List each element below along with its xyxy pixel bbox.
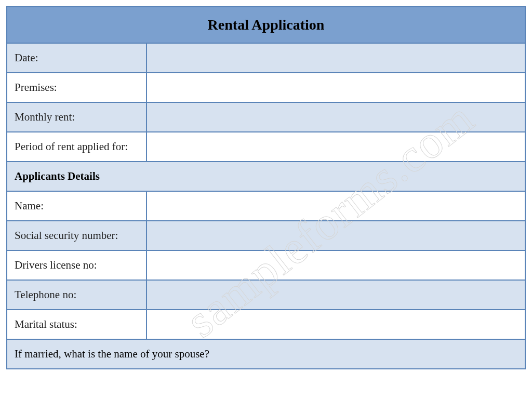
row-premises: Premises: [7,73,525,103]
label-drivers-license: Drivers license no: [7,251,147,280]
value-marital-status[interactable] [147,310,525,339]
value-period[interactable] [147,132,525,161]
form-title: Rental Application [7,7,525,44]
value-date[interactable] [147,44,525,72]
value-ssn[interactable] [147,221,525,250]
row-date: Date: [7,44,525,73]
label-date: Date: [7,44,147,72]
row-marital-status: Marital status: [7,310,525,340]
row-drivers-license: Drivers license no: [7,251,525,281]
row-spouse-question: If married, what is the name of your spo… [7,340,525,368]
label-telephone: Telephone no: [7,281,147,309]
label-ssn: Social security number: [7,221,147,250]
section-applicants-details: Applicants Details [7,162,525,192]
row-telephone: Telephone no: [7,281,525,310]
label-premises: Premises: [7,73,147,102]
row-ssn: Social security number: [7,221,525,251]
value-premises[interactable] [147,73,525,102]
label-marital-status: Marital status: [7,310,147,339]
value-name[interactable] [147,192,525,220]
row-monthly-rent: Monthly rent: [7,103,525,132]
value-drivers-license[interactable] [147,251,525,280]
rental-application-form: Rental Application Date: Premises: Month… [6,6,526,369]
label-name: Name: [7,192,147,220]
value-monthly-rent[interactable] [147,103,525,131]
value-telephone[interactable] [147,281,525,309]
row-name: Name: [7,192,525,221]
label-period: Period of rent applied for: [7,132,147,161]
row-period: Period of rent applied for: [7,132,525,162]
label-monthly-rent: Monthly rent: [7,103,147,131]
